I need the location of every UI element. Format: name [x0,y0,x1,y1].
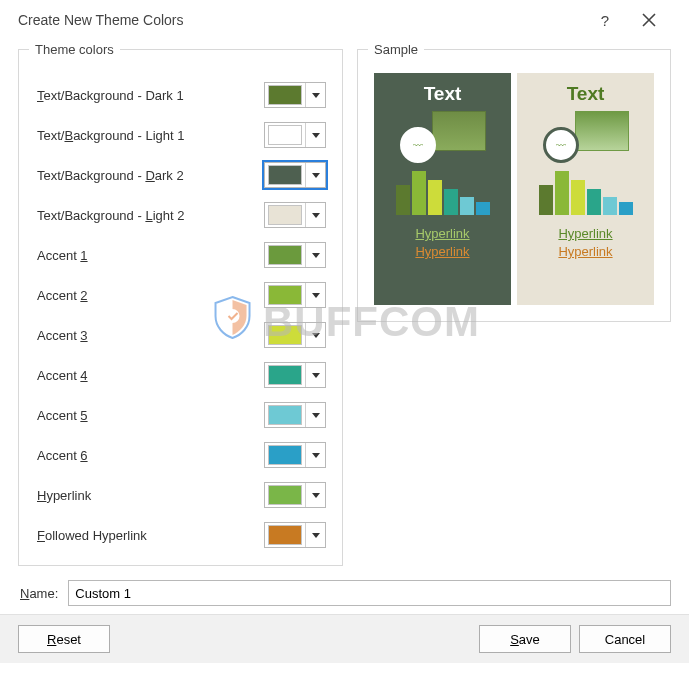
sample-rect-icon [575,111,629,151]
color-picker[interactable] [264,82,326,108]
color-dropdown-button[interactable] [305,523,325,547]
chevron-down-icon [312,133,320,138]
chevron-down-icon [312,293,320,298]
color-picker[interactable] [264,522,326,548]
color-picker[interactable] [264,482,326,508]
sample-hyperlink-light: Hyperlink [558,226,612,241]
theme-color-label: Followed Hyperlink [29,528,264,543]
color-picker[interactable] [264,242,326,268]
sample-chart-icon [539,167,633,215]
color-dropdown-button[interactable] [305,203,325,227]
color-dropdown-button[interactable] [305,403,325,427]
color-swatch [268,525,302,545]
close-button[interactable] [627,0,671,40]
theme-color-row: Accent 3 [29,315,332,355]
theme-color-row: Text/Background - Dark 1 [29,75,332,115]
color-swatch [268,485,302,505]
sample-rect-icon [432,111,486,151]
color-swatch [268,85,302,105]
theme-color-row: Accent 5 [29,395,332,435]
chevron-down-icon [312,413,320,418]
sample-panel-light: Text 〰 Hyperlink Hyperlink [517,73,654,305]
color-dropdown-button[interactable] [305,363,325,387]
color-picker[interactable] [264,442,326,468]
theme-color-row: Accent 6 [29,435,332,475]
color-dropdown-button[interactable] [305,243,325,267]
color-dropdown-button[interactable] [305,483,325,507]
color-picker[interactable] [264,162,326,188]
name-label: Name: [18,586,58,601]
color-swatch [268,165,302,185]
sample-followed-dark: Hyperlink [415,244,469,259]
color-swatch [268,325,302,345]
theme-color-row: Text/Background - Dark 2 [29,155,332,195]
color-picker[interactable] [264,362,326,388]
sample-followed-light: Hyperlink [558,244,612,259]
theme-color-label: Text/Background - Dark 2 [29,168,264,183]
theme-color-row: Accent 1 [29,235,332,275]
color-swatch [268,285,302,305]
theme-color-row: Hyperlink [29,475,332,515]
theme-color-row: Text/Background - Light 1 [29,115,332,155]
theme-color-label: Accent 4 [29,368,264,383]
color-picker[interactable] [264,202,326,228]
theme-colors-legend: Theme colors [29,42,120,57]
color-swatch [268,405,302,425]
reset-button[interactable]: Reset [18,625,110,653]
theme-colors-group: Theme colors Text/Background - Dark 1Tex… [18,42,343,566]
color-swatch [268,245,302,265]
color-dropdown-button[interactable] [305,163,325,187]
theme-color-row: Text/Background - Light 2 [29,195,332,235]
dialog-body: Theme colors Text/Background - Dark 1Tex… [0,40,689,614]
name-row: Name: [18,580,671,606]
theme-color-label: Accent 3 [29,328,264,343]
button-bar: Reset Save Cancel [0,614,689,663]
color-dropdown-button[interactable] [305,123,325,147]
sample-panel-dark: Text 〰 Hyperlink Hyperlink [374,73,511,305]
theme-color-label: Text/Background - Light 1 [29,128,264,143]
theme-color-label: Accent 2 [29,288,264,303]
sample-legend: Sample [368,42,424,57]
theme-color-label: Accent 5 [29,408,264,423]
cancel-button[interactable]: Cancel [579,625,671,653]
help-button[interactable]: ? [583,0,627,40]
color-picker[interactable] [264,402,326,428]
chevron-down-icon [312,373,320,378]
sample-text-dark: Text [424,83,462,105]
color-dropdown-button[interactable] [305,443,325,467]
color-picker[interactable] [264,322,326,348]
chevron-down-icon [312,213,320,218]
sample-chart-icon [396,167,490,215]
color-swatch [268,205,302,225]
chevron-down-icon [312,533,320,538]
chevron-down-icon [312,333,320,338]
color-swatch [268,365,302,385]
chevron-down-icon [312,173,320,178]
color-swatch [268,445,302,465]
theme-color-label: Accent 1 [29,248,264,263]
name-input[interactable] [68,580,671,606]
color-dropdown-button[interactable] [305,323,325,347]
theme-color-row: Accent 2 [29,275,332,315]
save-button[interactable]: Save [479,625,571,653]
theme-color-label: Hyperlink [29,488,264,503]
color-picker[interactable] [264,122,326,148]
sample-group: Sample Text 〰 Hyperlink Hyperlink [357,42,671,322]
color-dropdown-button[interactable] [305,283,325,307]
theme-color-label: Text/Background - Dark 1 [29,88,264,103]
close-icon [642,13,656,27]
color-dropdown-button[interactable] [305,83,325,107]
theme-color-label: Text/Background - Light 2 [29,208,264,223]
chevron-down-icon [312,453,320,458]
sample-hyperlink-dark: Hyperlink [415,226,469,241]
chevron-down-icon [312,93,320,98]
color-swatch [268,125,302,145]
sample-text-light: Text [567,83,605,105]
theme-color-row: Followed Hyperlink [29,515,332,555]
chevron-down-icon [312,253,320,258]
sample-circle-icon: 〰 [400,127,436,163]
color-picker[interactable] [264,282,326,308]
titlebar: Create New Theme Colors ? [0,0,689,40]
sample-circle-icon: 〰 [543,127,579,163]
theme-color-label: Accent 6 [29,448,264,463]
